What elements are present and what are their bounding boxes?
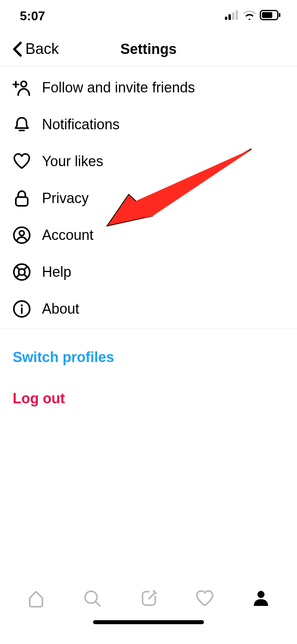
back-label: Back (25, 40, 59, 58)
menu-item-help[interactable]: Help (0, 253, 297, 290)
log-out-link[interactable]: Log out (0, 381, 297, 416)
svg-rect-1 (228, 14, 231, 20)
menu-label: Follow and invite friends (42, 79, 195, 96)
menu-label: Your likes (42, 153, 103, 170)
home-indicator (93, 620, 204, 624)
switch-profiles-link[interactable]: Switch profiles (0, 340, 297, 374)
bell-icon (13, 115, 31, 134)
person-add-icon (13, 79, 31, 97)
svg-line-17 (24, 266, 27, 270)
svg-line-28 (95, 602, 100, 606)
profile-icon (251, 588, 271, 608)
menu-label: Help (42, 264, 71, 280)
svg-rect-0 (225, 17, 227, 20)
svg-point-13 (19, 231, 24, 236)
info-icon (13, 300, 31, 318)
heart-icon (13, 152, 31, 171)
menu-item-account[interactable]: Account (0, 217, 297, 253)
tab-profile[interactable] (247, 585, 275, 612)
home-icon (26, 588, 46, 608)
svg-line-19 (24, 274, 27, 278)
menu-item-your-likes[interactable]: Your likes (0, 143, 297, 180)
cellular-icon (225, 10, 239, 21)
tab-search[interactable] (78, 585, 106, 612)
heart-outline-icon (195, 588, 215, 608)
menu-item-notifications[interactable]: Notifications (0, 106, 297, 143)
svg-rect-2 (232, 12, 234, 20)
svg-rect-11 (16, 197, 28, 206)
menu-label: Privacy (42, 190, 89, 207)
tab-bar (0, 577, 297, 644)
tab-activity[interactable] (191, 585, 219, 612)
tab-create[interactable] (135, 585, 162, 612)
page-title: Settings (120, 41, 177, 58)
menu-item-follow-invite[interactable]: Follow and invite friends (0, 69, 297, 106)
create-post-icon (139, 588, 158, 608)
lock-icon (13, 189, 31, 207)
svg-rect-3 (236, 10, 238, 20)
lifebuoy-icon (13, 263, 31, 281)
menu-label: Notifications (42, 116, 120, 133)
svg-line-16 (16, 266, 19, 270)
menu-label: Account (42, 227, 93, 243)
back-button[interactable]: Back (0, 40, 59, 58)
tab-home[interactable] (22, 585, 50, 612)
account-actions: Switch profiles Log out (0, 329, 297, 416)
status-indicators (225, 10, 281, 22)
search-icon (82, 588, 102, 608)
svg-line-18 (16, 274, 19, 278)
battery-icon (260, 10, 281, 22)
svg-rect-6 (279, 13, 280, 17)
status-time: 5:07 (20, 9, 45, 23)
svg-point-21 (21, 304, 23, 306)
status-bar: 5:07 (0, 0, 297, 32)
menu-item-privacy[interactable]: Privacy (0, 180, 297, 217)
svg-point-15 (19, 269, 25, 275)
chevron-left-icon (12, 41, 23, 57)
account-circle-icon (13, 226, 31, 244)
nav-header: Back Settings (0, 32, 297, 67)
svg-point-29 (257, 591, 265, 598)
svg-rect-5 (262, 12, 272, 18)
settings-menu: Follow and invite friends Notifications … (0, 67, 297, 329)
wifi-icon (243, 10, 256, 21)
menu-item-about[interactable]: About (0, 290, 297, 327)
svg-point-7 (21, 81, 27, 87)
menu-label: About (42, 301, 79, 317)
